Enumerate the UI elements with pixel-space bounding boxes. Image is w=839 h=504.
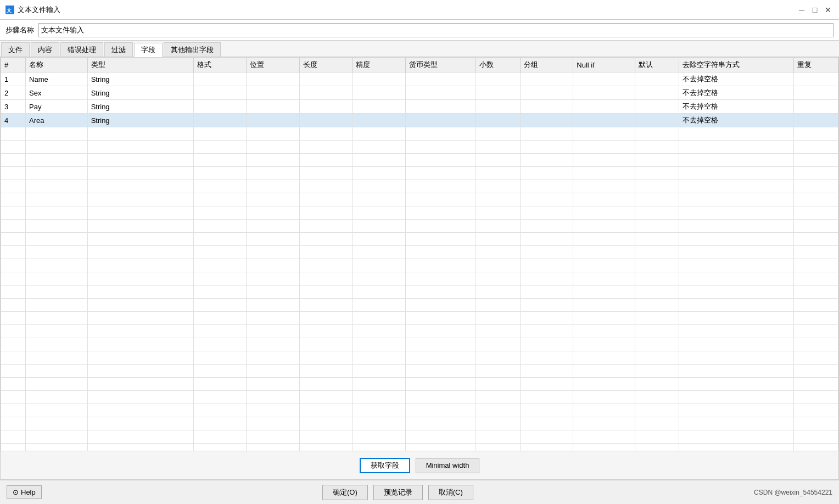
cell-prec	[353, 72, 406, 86]
empty-row	[1, 141, 838, 154]
cell-decimal	[476, 86, 520, 100]
step-name-input[interactable]	[38, 23, 834, 37]
cell-currency	[405, 72, 476, 86]
empty-row	[1, 444, 838, 451]
empty-row	[1, 365, 838, 378]
empty-row	[1, 193, 838, 206]
cell-name: Name	[26, 72, 88, 86]
cell-group	[520, 114, 573, 127]
empty-row	[1, 246, 838, 259]
help-circle-icon: ⊙	[13, 488, 19, 496]
col-header-trim: 去除空字符串方式	[679, 58, 794, 72]
title-bar-left: 文 文本文件输入	[5, 5, 60, 15]
fields-table-wrapper[interactable]: #名称类型格式位置长度精度货币类型小数分组Null if默认去除空字符串方式重复…	[1, 57, 838, 451]
app-icon: 文	[5, 5, 14, 14]
cell-repeat	[794, 72, 838, 86]
empty-row	[1, 259, 838, 272]
cell-len	[299, 100, 353, 114]
cell-default	[635, 72, 679, 86]
empty-row	[1, 154, 838, 167]
maximize-button[interactable]: □	[809, 4, 820, 15]
cell-repeat	[794, 114, 838, 127]
cell-type: String	[87, 100, 193, 114]
table-row[interactable]: 1NameString不去掉空格	[1, 72, 838, 86]
cell-group	[520, 100, 573, 114]
bottom-buttons-bar: 获取字段 Minimal width	[1, 451, 838, 479]
col-header-prec: 精度	[353, 58, 406, 72]
col-header-pos: 位置	[247, 58, 300, 72]
cell-name: Area	[26, 114, 88, 127]
help-button[interactable]: ⊙ Help	[7, 485, 42, 499]
cell-nullif	[573, 100, 635, 114]
empty-row	[1, 272, 838, 285]
footer: ⊙ Help 确定(O) 预览记录 取消(C) CSDN @weixin_545…	[0, 480, 839, 504]
col-header-type: 类型	[87, 58, 193, 72]
get-fields-button[interactable]: 获取字段	[360, 458, 410, 473]
minimal-width-button[interactable]: Minimal width	[416, 458, 480, 473]
cell-group	[520, 72, 573, 86]
cell-trim: 不去掉空格	[679, 100, 794, 114]
tabs-bar: 文件内容错误处理过滤字段其他输出字段	[0, 41, 839, 57]
cell-default	[635, 86, 679, 100]
cell-type: String	[87, 114, 193, 127]
watermark: CSDN @weixin_54554221	[754, 489, 832, 496]
close-button[interactable]: ✕	[823, 4, 834, 15]
table-row[interactable]: 3PayString不去掉空格	[1, 100, 838, 114]
cell-len	[299, 86, 353, 100]
step-name-row: 步骤名称	[0, 20, 839, 41]
empty-row	[1, 206, 838, 220]
cell-prec	[353, 100, 406, 114]
cell-trim: 不去掉空格	[679, 114, 794, 127]
col-header-format: 格式	[193, 58, 247, 72]
cell-pos	[247, 114, 300, 127]
empty-row	[1, 220, 838, 233]
help-label: Help	[21, 488, 36, 496]
fields-table: #名称类型格式位置长度精度货币类型小数分组Null if默认去除空字符串方式重复…	[1, 57, 838, 451]
col-header-name: 名称	[26, 58, 88, 72]
cell-trim: 不去掉空格	[679, 72, 794, 86]
cell-default	[635, 100, 679, 114]
cell-num: 2	[1, 86, 26, 100]
empty-row	[1, 299, 838, 312]
window-controls: ─ □ ✕	[796, 4, 834, 15]
footer-left: ⊙ Help	[7, 485, 42, 499]
cell-pos	[247, 72, 300, 86]
empty-row	[1, 338, 838, 351]
ok-button[interactable]: 确定(O)	[322, 485, 368, 500]
table-row[interactable]: 4AreaString不去掉空格	[1, 114, 838, 127]
tab-content[interactable]: 内容	[31, 42, 59, 57]
svg-text:文: 文	[7, 8, 12, 13]
col-header-nullif: Null if	[573, 58, 635, 72]
cell-decimal	[476, 72, 520, 86]
cell-format	[193, 86, 247, 100]
empty-row	[1, 325, 838, 338]
cell-format	[193, 114, 247, 127]
tab-fields[interactable]: 字段	[134, 43, 163, 57]
col-header-decimal: 小数	[476, 58, 520, 72]
tab-other_output[interactable]: 其他输出字段	[164, 42, 221, 57]
empty-row	[1, 417, 838, 430]
empty-row	[1, 285, 838, 299]
cell-name: Pay	[26, 100, 88, 114]
empty-row	[1, 180, 838, 193]
col-header-repeat: 重复	[794, 58, 838, 72]
cell-decimal	[476, 100, 520, 114]
preview-button[interactable]: 预览记录	[373, 485, 423, 500]
cell-nullif	[573, 72, 635, 86]
step-name-label: 步骤名称	[5, 25, 34, 35]
tab-error[interactable]: 错误处理	[60, 42, 103, 57]
tab-file[interactable]: 文件	[1, 42, 30, 57]
cell-prec	[353, 114, 406, 127]
minimize-button[interactable]: ─	[796, 4, 807, 15]
cell-currency	[405, 86, 476, 100]
cell-num: 4	[1, 114, 26, 127]
table-row[interactable]: 2SexString不去掉空格	[1, 86, 838, 100]
cell-pos	[247, 86, 300, 100]
cell-repeat	[794, 100, 838, 114]
cell-trim: 不去掉空格	[679, 86, 794, 100]
cancel-button[interactable]: 取消(C)	[428, 485, 473, 500]
title-bar: 文 文本文件输入 ─ □ ✕	[0, 0, 839, 20]
cell-prec	[353, 86, 406, 100]
cell-num: 1	[1, 72, 26, 86]
tab-filter[interactable]: 过滤	[104, 42, 133, 57]
